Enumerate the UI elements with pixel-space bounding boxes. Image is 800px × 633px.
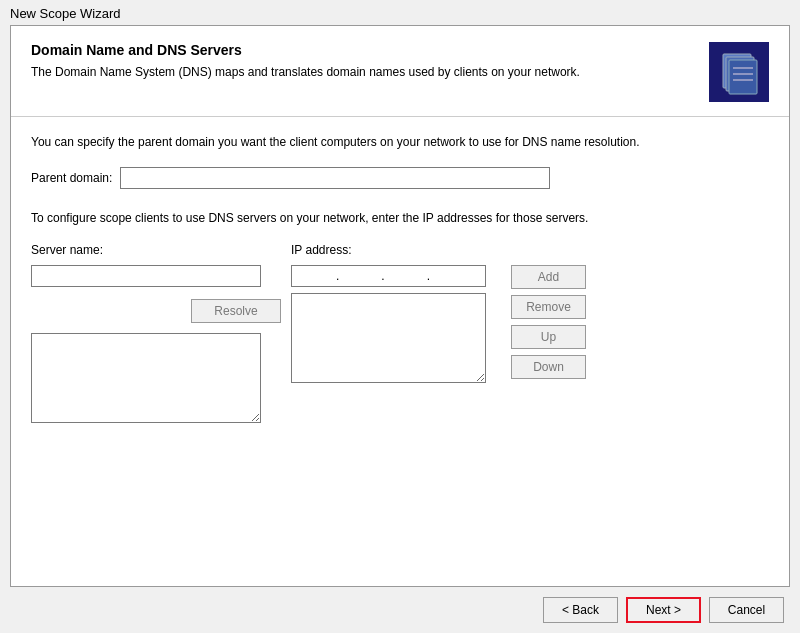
wizard-title: New Scope Wizard: [10, 6, 121, 21]
next-button[interactable]: Next >: [626, 597, 701, 623]
section-title: Domain Name and DNS Servers: [31, 42, 693, 58]
svg-rect-2: [729, 60, 757, 94]
up-button[interactable]: Up: [511, 325, 586, 349]
server-name-input[interactable]: [31, 265, 261, 287]
resolve-button[interactable]: Resolve: [191, 299, 281, 323]
wizard-container: New Scope Wizard Domain Name and DNS Ser…: [0, 0, 800, 633]
wizard-header: Domain Name and DNS Servers The Domain N…: [11, 26, 789, 117]
parent-domain-row: Parent domain:: [31, 167, 769, 189]
wizard-header-text: Domain Name and DNS Servers The Domain N…: [31, 42, 693, 81]
ip-address-label: IP address:: [291, 243, 501, 257]
back-button[interactable]: < Back: [543, 597, 618, 623]
ip-segment-4[interactable]: [432, 269, 470, 283]
ip-col: IP address: . . .: [291, 243, 501, 383]
ip-dot-1: .: [336, 269, 339, 283]
ip-list-box[interactable]: [291, 293, 486, 383]
wizard-content: You can specify the parent domain you wa…: [11, 117, 789, 586]
title-bar: New Scope Wizard: [0, 0, 800, 25]
ip-input-row: . . .: [291, 265, 486, 287]
section-description: The Domain Name System (DNS) maps and tr…: [31, 64, 591, 81]
parent-domain-label: Parent domain:: [31, 171, 112, 185]
dns-icon-box: [709, 42, 769, 102]
description-text-2: To configure scope clients to use DNS se…: [31, 209, 769, 227]
server-ip-section: Server name: Resolve IP address: . .: [31, 243, 769, 423]
remove-button[interactable]: Remove: [511, 295, 586, 319]
server-col: Server name: Resolve: [31, 243, 281, 423]
ip-dot-2: .: [381, 269, 384, 283]
server-list-box[interactable]: [31, 333, 261, 423]
ip-segment-2[interactable]: [341, 269, 379, 283]
wizard-body: Domain Name and DNS Servers The Domain N…: [10, 25, 790, 587]
dns-servers-icon: [715, 48, 763, 96]
down-button[interactable]: Down: [511, 355, 586, 379]
wizard-footer: < Back Next > Cancel: [0, 587, 800, 633]
ip-segment-3[interactable]: [387, 269, 425, 283]
ip-segment-1[interactable]: [296, 269, 334, 283]
server-name-label: Server name:: [31, 243, 281, 257]
parent-domain-input[interactable]: [120, 167, 550, 189]
cancel-button[interactable]: Cancel: [709, 597, 784, 623]
action-buttons-col: Add Remove Up Down: [511, 243, 586, 379]
add-button[interactable]: Add: [511, 265, 586, 289]
ip-dot-3: .: [427, 269, 430, 283]
description-text-1: You can specify the parent domain you wa…: [31, 133, 769, 151]
